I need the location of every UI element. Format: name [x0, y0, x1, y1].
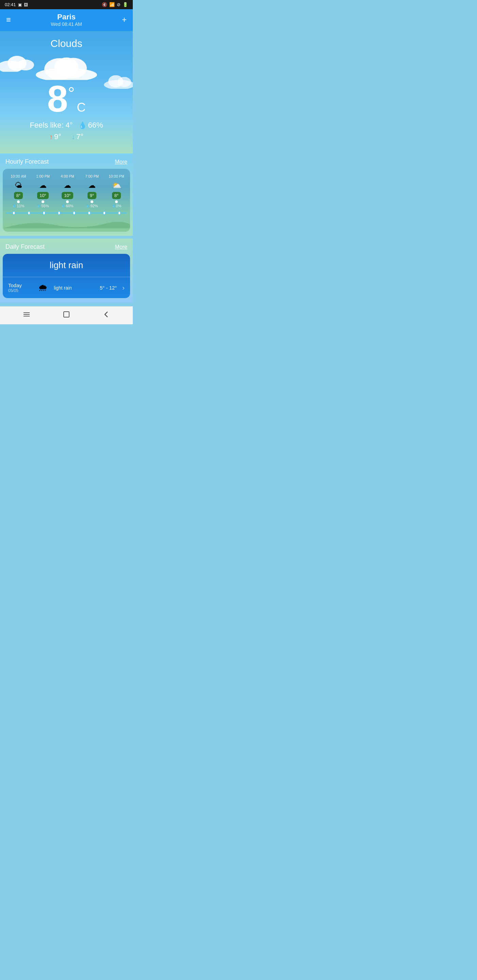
hourly-temp-3: 9°	[88, 192, 96, 199]
hourly-precip-4: 💧0%	[112, 204, 121, 208]
weather-condition: Clouds	[7, 38, 126, 49]
low-value: 7°	[76, 132, 83, 141]
hourly-precip-3: 💧92%	[86, 204, 98, 208]
feels-like-row: Feels like: 4° 💧 66%	[7, 121, 126, 130]
humidity-icon: 💧	[78, 121, 87, 129]
header-datetime: Wed 08:41 AM	[51, 21, 82, 27]
daily-day-0: Today	[8, 282, 32, 288]
hourly-scroll[interactable]: 10:00 AM 🌤 8° 💧11% 1:00 PM ☁ 10° 💧55% 4:…	[3, 173, 130, 209]
back-button[interactable]	[102, 311, 110, 320]
recents-button[interactable]	[23, 311, 30, 320]
svg-rect-20	[24, 314, 30, 315]
status-bar: 02:41 ▣ 🖼 🔇 📶 ⊘ 🔋	[0, 0, 133, 9]
status-time: 02:41	[5, 2, 16, 7]
header-center: Paris Wed 08:41 AM	[51, 13, 82, 27]
humidity-value: 66%	[88, 121, 103, 130]
daily-header: Daily Forecast More	[0, 239, 133, 254]
svg-rect-22	[64, 312, 69, 317]
svg-point-11	[13, 211, 15, 215]
svg-point-17	[103, 211, 105, 215]
daily-section: Daily Forecast More light rain Today 05/…	[0, 239, 133, 303]
cloud-decoration-left	[0, 51, 37, 72]
hourly-precip-2: 💧60%	[61, 204, 73, 208]
bottom-nav	[0, 306, 133, 324]
daily-summary: light rain	[3, 254, 130, 277]
svg-point-18	[118, 211, 120, 215]
cloud-decoration-right	[102, 72, 133, 89]
svg-point-2	[17, 60, 34, 70]
daily-date-0: 05/05	[8, 288, 32, 293]
chevron-right-icon-0[interactable]: ›	[122, 284, 124, 292]
arrow-down-icon: ↓	[72, 133, 75, 141]
temperature-value: 8	[47, 80, 68, 118]
daily-more-button[interactable]: More	[115, 244, 127, 250]
hourly-item: 7:00 PM ☁ 9° 💧92%	[80, 173, 104, 209]
hourly-time-1: 1:00 PM	[36, 174, 49, 178]
header: ≡ Paris Wed 08:41 AM +	[0, 9, 133, 31]
home-button[interactable]	[63, 311, 70, 320]
hourly-section: Hourly Forecast More 10:00 AM 🌤 8° 💧11% …	[0, 153, 133, 236]
degree-symbol: °	[68, 83, 75, 103]
hourly-dot-4	[115, 200, 118, 203]
battery-icon: 🔋	[123, 2, 128, 7]
hourly-item: 1:00 AM ☁ 6° 💧0%	[129, 173, 130, 209]
daily-row-0[interactable]: Today 05/05 🌧 light rain 5° - 12° ›	[3, 277, 130, 298]
svg-point-5	[118, 77, 131, 87]
hourly-item: 10:00 PM ⛅ 8° 💧0%	[104, 173, 129, 209]
hourly-icon-3: ☁	[88, 181, 96, 190]
hourly-item: 10:00 AM 🌤 8° 💧11%	[6, 173, 30, 209]
svg-point-16	[88, 211, 90, 215]
svg-rect-19	[24, 312, 30, 313]
hourly-temp-0: 8°	[14, 192, 23, 199]
hourly-icon-0: 🌤	[14, 181, 22, 190]
hourly-precip-0: 💧11%	[12, 204, 24, 208]
daily-desc-0: light rain	[54, 285, 96, 291]
hourly-temp-4: 8°	[112, 192, 121, 199]
temperature-unit: C	[77, 100, 86, 115]
hourly-temp-1: 10°	[37, 192, 49, 199]
menu-button[interactable]: ≡	[6, 15, 11, 24]
main-weather: Clouds 8 ° C Feels like: 4° 💧 66% ↑ 9° ↓…	[0, 31, 133, 153]
landscape-hills	[3, 218, 130, 228]
hourly-time-2: 4:00 PM	[61, 174, 74, 178]
svg-point-15	[73, 211, 75, 215]
hourly-dot-3	[91, 200, 93, 203]
hourly-dot-2	[66, 200, 69, 203]
image-icon: 🖼	[24, 2, 28, 7]
hourly-time-0: 10:00 AM	[11, 174, 26, 178]
hourly-dot-0	[17, 200, 20, 203]
status-right: 🔇 📶 ⊘ 🔋	[102, 2, 128, 7]
status-left: 02:41 ▣ 🖼	[5, 2, 28, 7]
high-value: 9°	[54, 132, 61, 141]
hourly-dot-1	[41, 200, 44, 203]
svg-point-12	[28, 211, 30, 215]
hourly-header: Hourly Forecast More	[0, 153, 133, 169]
daily-summary-text: light rain	[50, 260, 83, 270]
add-location-button[interactable]: +	[122, 15, 127, 24]
hourly-more-button[interactable]: More	[115, 159, 127, 165]
daily-temps-0: 5° - 12°	[100, 285, 117, 291]
hourly-icon-1: ☁	[39, 181, 47, 190]
hourly-title: Hourly Forecast	[5, 158, 49, 165]
hourly-time-3: 7:00 PM	[85, 174, 98, 178]
hourly-item: 4:00 PM ☁ 10° 💧60%	[55, 173, 80, 209]
svg-rect-21	[24, 316, 30, 317]
feels-like-label: Feels like: 4°	[30, 121, 72, 130]
daily-title: Daily Forecast	[5, 243, 45, 250]
arrow-up-icon: ↑	[49, 133, 53, 141]
high-low-row: ↑ 9° ↓ 7°	[7, 132, 126, 141]
svg-point-13	[43, 211, 45, 215]
svg-point-14	[58, 211, 60, 215]
daily-date-col-0: Today 05/05	[8, 282, 32, 293]
daily-card: light rain Today 05/05 🌧 light rain 5° -…	[3, 254, 130, 298]
humidity-display: 💧 66%	[78, 121, 103, 130]
app-icon: ▣	[18, 2, 22, 7]
wifi-icon: 📶	[109, 2, 115, 7]
feels-like-value: 4°	[66, 121, 73, 129]
temp-low: ↓ 7°	[72, 132, 83, 141]
hourly-card: 10:00 AM 🌤 8° 💧11% 1:00 PM ☁ 10° 💧55% 4:…	[3, 169, 130, 232]
hourly-icon-2: ☁	[64, 181, 71, 190]
hourly-time-4: 10:00 PM	[108, 174, 124, 178]
no-sim-icon: ⊘	[117, 2, 121, 7]
city-name: Paris	[51, 13, 82, 21]
